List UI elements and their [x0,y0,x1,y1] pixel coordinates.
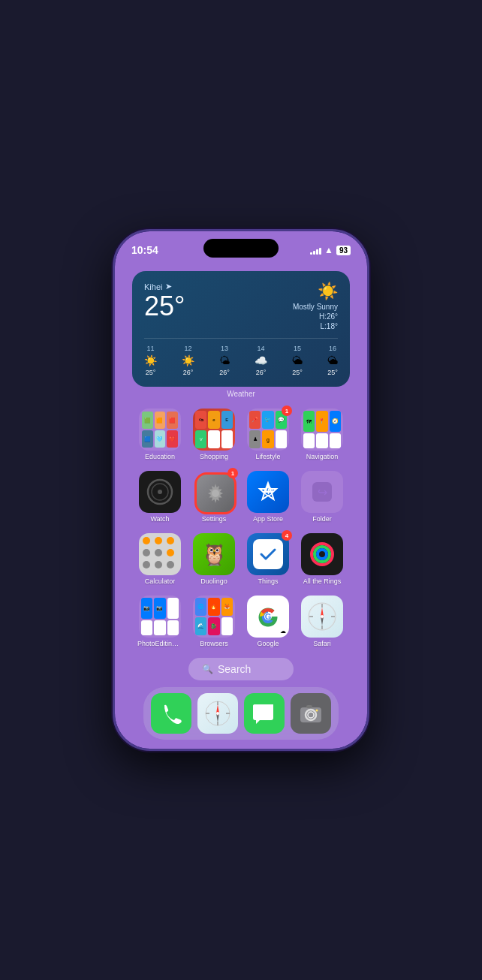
folder-icon-wrapper: ↪ [301,471,343,513]
google-icon-wrapper: G ☁ [247,596,289,638]
safari-dock-svg [203,699,232,728]
dock-phone[interactable] [151,693,191,734]
dock-safari[interactable] [197,693,238,734]
power-button[interactable] [367,306,369,336]
screen-content: Kihei ➤ 25° ☀️ Mostly Sunny H:26° L:18° [115,231,367,749]
volume-up-button[interactable] [113,321,115,344]
weather-condition: Mostly Sunny [293,303,338,311]
safari-label: Safari [313,640,331,647]
education-icon-wrapper: 🟩 🟧 🟥 🟦 🩵 ❤️ [139,409,181,451]
camera-icon [291,693,331,734]
app-appstore[interactable]: ⊕ App Store [245,471,291,523]
weather-low: L:18° [293,322,338,330]
app-photo-editing[interactable]: 📷 📷 PhotoEditingSh... [137,596,183,647]
appstore-svg: ⊕ [255,479,281,505]
search-text: Search [218,663,251,675]
app-calculator[interactable]: Calculator [137,533,183,585]
calculator-icon-wrapper [139,533,181,575]
safari-icon [301,596,343,638]
app-education[interactable]: 🟩 🟧 🟥 🟦 🩵 ❤️ Education [137,409,183,460]
phone-frame: 10:54 ▲ 93 Kihei ➤ [113,229,369,751]
phone-screen: 10:54 ▲ 93 Kihei ➤ [115,231,367,749]
phone-icon [151,693,191,734]
weather-sun-icon: ☀️ [293,282,338,301]
svg-text:⊕: ⊕ [263,484,274,499]
google-icon: G ☁ [247,596,289,638]
app-grid-row3: Calculator 🦉 Duolingo [137,533,345,585]
watch-icon [139,471,181,513]
navigation-icon: 🗺 📍 🧭 [301,409,343,451]
weather-top: Kihei ➤ 25° ☀️ Mostly Sunny H:26° L:18° [144,282,338,330]
google-svg: G [255,603,282,630]
forecast-day-13: 13 🌤 26° [219,345,230,376]
watch-svg [146,478,174,506]
app-lifestyle[interactable]: 📌 🐦 💬 ♟ g 1 Lifestyle [245,409,291,460]
forecast-day-12: 12 ☀️ 26° [182,345,194,376]
dynamic-island [203,239,279,258]
svg-point-2 [158,490,162,494]
app-google[interactable]: G ☁ Google [245,596,291,647]
forecast-day-11: 11 ☀️ 25° [144,345,157,376]
messages-svg [252,701,276,725]
weather-widget[interactable]: Kihei ➤ 25° ☀️ Mostly Sunny H:26° L:18° [132,271,350,387]
messages-icon [244,693,285,734]
education-icon: 🟩 🟧 🟥 🟦 🩵 ❤️ [139,409,181,451]
signal-bars-icon [310,246,321,255]
safari-dock-icon [197,693,238,734]
app-navigation[interactable]: 🗺 📍 🧭 Navigation [299,409,345,460]
google-label: Google [257,640,279,647]
calculator-icon [139,533,181,575]
dock-camera[interactable] [291,693,331,734]
folder-label: Folder [312,515,332,523]
calculator-label: Calculator [145,577,176,585]
duolingo-label: Duolingo [200,577,227,585]
app-grid-row1: 🟩 🟧 🟥 🟦 🩵 ❤️ Education [137,409,345,460]
photo-editing-icon: 📷 📷 [139,596,181,638]
app-duolingo[interactable]: 🦉 Duolingo [191,533,237,585]
svg-rect-31 [306,705,312,708]
things-icon-wrapper: 4 [247,533,289,575]
navigation-label: Navigation [306,453,339,460]
duolingo-icon-wrapper: 🦉 [193,533,235,575]
shopping-icon: 🛍 e E V [193,409,235,451]
app-things[interactable]: 4 Things [245,533,291,585]
silent-switch[interactable] [113,291,115,308]
weather-right: ☀️ Mostly Sunny H:26° L:18° [293,282,338,330]
settings-icon-wrapper: 1 [193,471,235,513]
things-checkmark [257,543,279,565]
photo-editing-label: PhotoEditingSh... [137,640,182,647]
rings-icon [301,533,343,575]
app-browsers[interactable]: 🌐 🔥 🦊 🌊 🐉 Browsers [191,596,237,647]
location-text: Kihei [144,282,162,291]
photo-editing-icon-wrapper: 📷 📷 [139,596,181,638]
dock-messages[interactable] [244,693,285,734]
shopping-label: Shopping [200,453,228,460]
app-folder[interactable]: ↪ Folder [299,471,345,523]
app-watch[interactable]: Watch [137,471,183,523]
watch-icon-wrapper [139,471,181,513]
svg-point-19 [321,615,324,618]
browsers-icon: 🌐 🔥 🦊 🌊 🐉 [193,596,235,638]
rings-svg [308,540,336,568]
volume-down-button[interactable] [113,351,115,374]
things-label: Things [258,577,278,585]
weather-forecast: 11 ☀️ 25° 12 ☀️ 26° 13 🌤 26° [144,338,338,376]
appstore-icon-wrapper: ⊕ [247,471,289,513]
lifestyle-badge: 1 [282,406,292,416]
wifi-icon: ▲ [324,245,333,255]
battery-icon: 93 [336,246,351,255]
app-rings[interactable]: All the Rings [299,533,345,585]
forecast-day-14: 14 ☁️ 26° [255,345,267,376]
duolingo-icon: 🦉 [193,533,235,575]
watch-label: Watch [150,515,169,523]
shopping-icon-wrapper: 🛍 e E V [193,409,235,451]
things-badge: 4 [282,530,292,541]
app-settings[interactable]: 1 Settings [191,471,237,523]
search-bar[interactable]: 🔍 Search [188,658,294,680]
app-safari[interactable]: Safari [299,596,345,647]
app-grid-row2: Watch 1 Settings [137,471,345,523]
lifestyle-icon-wrapper: 📌 🐦 💬 ♟ g 1 [247,409,289,451]
weather-high: H:26° [293,312,338,321]
app-shopping[interactable]: 🛍 e E V Shopping [191,409,237,460]
folder-icon: ↪ [301,471,343,513]
